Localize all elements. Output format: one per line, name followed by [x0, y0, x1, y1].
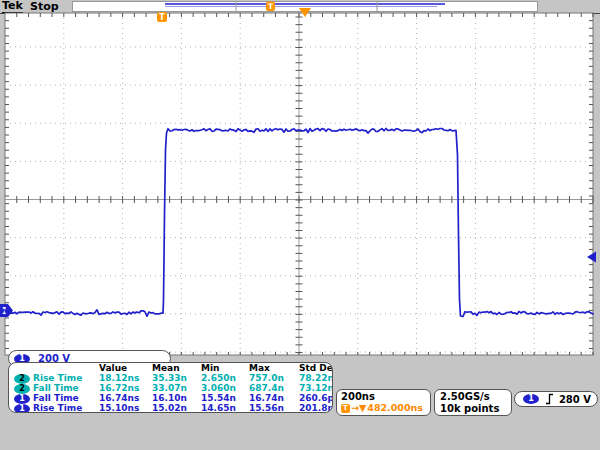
meas-row-label: 1Rise Time: [14, 404, 99, 413]
oscilloscope-screen: Tek Stop TT1 1 200 V Value Mean Min Max …: [0, 0, 600, 450]
meas-cell: 15.02n: [152, 404, 201, 413]
meas-cell: 15.56n: [249, 404, 299, 413]
waveform-display: [5, 13, 593, 355]
channel1-badge: 1: [14, 394, 30, 404]
delay-arrow-icon: →▼: [351, 402, 366, 414]
tek-logo: Tek: [2, 0, 23, 13]
meas-cell: 14.65n: [201, 404, 249, 413]
horizontal-timebase-readout[interactable]: 200ns T →▼ 482.000ns: [336, 389, 431, 416]
acquisition-readout[interactable]: 2.50GS/s 10k points: [434, 389, 512, 416]
meas-cell: 15.10ns: [99, 404, 152, 413]
top-status-bar: Tek Stop: [0, 0, 600, 14]
measurement-table: Value Mean Min Max Std Dev 2Rise Time 18…: [8, 362, 333, 413]
trigger-readout[interactable]: 1 280 V: [514, 391, 598, 407]
channel1-badge: 1: [14, 404, 30, 413]
sample-rate: 2.50GS/s: [440, 391, 511, 403]
trigger-source-badge: 1: [523, 394, 539, 404]
channel2-badge: 2: [14, 384, 30, 394]
trigger-level-value: 280 V: [559, 394, 591, 405]
rising-edge-icon: [545, 393, 553, 405]
timebase-value: 200ns: [341, 391, 430, 402]
record-length: 10k points: [440, 403, 511, 415]
trigger-delay-readout: T →▼ 482.000ns: [341, 402, 430, 414]
trigger-t-icon: T: [341, 404, 350, 413]
acquisition-status: Stop: [30, 0, 59, 13]
record-view-strip[interactable]: [72, 1, 538, 12]
bottom-menu-bar: Save Screen Image Save Waveform Save Set…: [0, 416, 600, 450]
meas-cell: 201.8p: [299, 404, 333, 413]
channel2-badge: 2: [14, 374, 30, 384]
delay-value: 482.000ns: [367, 402, 423, 414]
